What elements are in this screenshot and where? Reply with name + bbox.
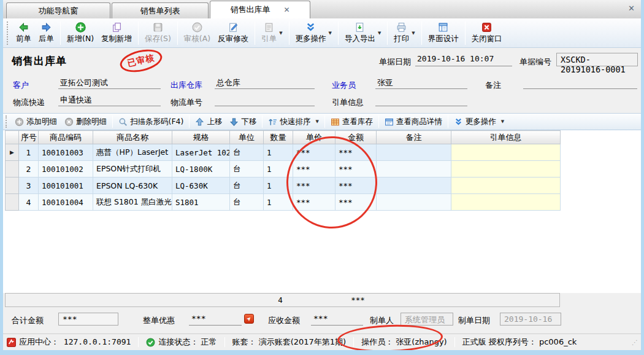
table-row[interactable]: ▶ 1 100101003 惠普（HP）LaserJet LaserJet 10… [6, 144, 561, 161]
detail-separator [378, 115, 379, 128]
col-amount[interactable]: 金额 [335, 131, 377, 144]
add-row-label: 添加明细 [26, 117, 57, 127]
scan-barcode-button[interactable]: 扫描条形码(F4) [115, 115, 187, 128]
window-close-icon[interactable]: ✕ [628, 4, 635, 13]
creator-label: 制单人 [370, 315, 394, 326]
table-row[interactable]: 4 100101004 联想 S1801 黑白激光 S1801 台 1 *** … [6, 194, 561, 211]
app-logo-icon [7, 338, 16, 347]
salesman-field[interactable]: 张亚 [375, 77, 467, 89]
table-row[interactable]: 3 100101001 EPSON LQ-630K LQ-630K 台 1 **… [6, 178, 561, 194]
arrow-left-icon [18, 21, 29, 33]
doc-date-label: 单据日期 [379, 57, 411, 68]
app-center-status: 应用中心： 127.0.0.1:7091 [7, 337, 131, 348]
arrow-down-icon [229, 117, 239, 127]
table-header-row: 序号 商品编码 商品名称 规格 单位 数量 单价 金额 备注 引单信息 [6, 131, 561, 144]
delete-row-button[interactable]: 删除明细 [61, 115, 110, 128]
receivable-label: 应收金额 [268, 315, 300, 326]
logistics-field[interactable]: 申通快递 [58, 95, 161, 106]
col-unit[interactable]: 单位 [230, 131, 264, 144]
add-icon [75, 21, 86, 33]
tab-nav-window[interactable]: 功能导航窗 [6, 2, 110, 18]
detail-toolbar-grip[interactable] [6, 115, 9, 128]
toolbar-grip[interactable] [7, 21, 10, 45]
add-new-button[interactable]: 新增(N) [63, 20, 98, 45]
status-separator [224, 337, 225, 347]
customer-label: 客户 [13, 80, 29, 91]
col-remark[interactable]: 备注 [377, 131, 451, 144]
prev-doc-button[interactable]: 前单 [12, 20, 35, 45]
import-export-label: 导入导出 [345, 34, 375, 44]
detail-separator [262, 115, 263, 128]
move-down-label: 下移 [241, 117, 256, 127]
remark-label: 备注 [485, 80, 501, 91]
scan-barcode-label: 扫描条形码(F4) [130, 117, 183, 127]
unaudit-button[interactable]: 反审修改 [214, 20, 252, 45]
creator-field: 系统管理员 [401, 313, 453, 326]
ui-design-button[interactable]: 界面设计 [424, 20, 462, 45]
col-price[interactable]: 单价 [293, 131, 335, 144]
ref-info-field[interactable] [375, 95, 467, 106]
col-spec[interactable]: 规格 [172, 131, 230, 144]
add-gray-icon [15, 117, 24, 127]
status-separator [353, 337, 354, 347]
footer-fields: 合计金额 *** 整单优惠 *** ➤ 应收金额 *** 制单人 系统管理员 制… [3, 309, 641, 334]
import-export-icon [354, 21, 366, 33]
doc-number-field[interactable]: XSCKD-20191016-0001 [556, 53, 638, 66]
tracking-label: 物流单号 [171, 97, 202, 108]
window-design-icon [437, 21, 449, 33]
import-export-button[interactable]: 导入导出 ▼ [341, 20, 385, 45]
col-ref-info[interactable]: 引单信息 [451, 131, 561, 144]
discount-field[interactable]: *** [189, 314, 242, 326]
resize-grip-icon[interactable]: ⋰ [632, 339, 638, 346]
tab-sales-list[interactable]: 销售单列表 [112, 2, 209, 18]
view-stock-button[interactable]: 查看库存 [327, 115, 377, 128]
sort-icon [268, 117, 277, 127]
prev-doc-label: 前单 [16, 34, 31, 44]
ref-doc-icon [263, 21, 275, 33]
close-window-button[interactable]: 关闭窗口 [468, 20, 506, 45]
copy-add-button[interactable]: 复制新增 [98, 20, 136, 45]
move-down-button[interactable]: 下移 [226, 115, 260, 128]
double-chevron-down-icon [305, 21, 316, 33]
items-grid-area: 序号 商品编码 商品名称 规格 单位 数量 单价 金额 备注 引单信息 ▶ 1 … [3, 130, 641, 293]
warehouse-field[interactable]: 总仓库 [215, 77, 315, 89]
discount-edit-button[interactable]: ➤ [244, 314, 254, 324]
detail-separator [324, 115, 325, 128]
detail-more-actions-label: 更多操作 [466, 117, 496, 127]
view-product-detail-button[interactable]: 查看商品详情 [381, 115, 446, 128]
salesman-label: 业务员 [332, 80, 356, 91]
tab-close-icon[interactable]: ✕ [283, 6, 289, 14]
total-amount-label: 合计金额 [12, 315, 44, 326]
close-window-label: 关闭窗口 [472, 34, 502, 44]
customer-field[interactable]: 亚拓公司测试 [58, 77, 161, 89]
next-doc-button[interactable]: 后单 [35, 20, 58, 45]
toolbar-separator [177, 21, 178, 45]
account-set-status: 账套： 演示账套(2017年第1期) [232, 337, 347, 348]
toolbar-separator [338, 21, 339, 45]
connection-text: 连接状态： 正常 [158, 337, 217, 348]
edit-icon [228, 21, 239, 33]
ref-doc-button[interactable]: 引单 ▼ [258, 20, 286, 45]
detail-more-actions-button[interactable]: 更多操作 ▼ [450, 115, 508, 128]
add-row-button[interactable]: 添加明细 [11, 115, 61, 128]
view-product-detail-label: 查看商品详情 [396, 117, 442, 127]
receivable-field[interactable]: *** [311, 314, 363, 326]
more-actions-button[interactable]: 更多操作 ▼ [292, 20, 335, 45]
quick-sort-button[interactable]: 快速排序 ▼ [264, 115, 322, 128]
move-up-button[interactable]: 上移 [191, 115, 226, 128]
tracking-field[interactable] [215, 95, 315, 106]
tab-sales-outbound[interactable]: 销售出库单 ✕ [210, 1, 310, 18]
doc-date-field[interactable]: 2019-10-16 10:07 [415, 54, 512, 66]
col-product-name[interactable]: 商品名称 [93, 131, 172, 144]
col-product-code[interactable]: 商品编码 [39, 131, 93, 144]
save-button[interactable]: 保存(S) [141, 20, 175, 45]
col-qty[interactable]: 数量 [264, 131, 293, 144]
print-button[interactable]: 打印 ▼ [390, 20, 418, 45]
remark-field[interactable] [523, 77, 637, 89]
col-seq[interactable]: 序号 [19, 131, 39, 144]
create-date-field: 2019-10-16 [500, 313, 561, 326]
audit-label: 审核(A) [184, 34, 210, 44]
table-row[interactable]: 2 100101002 EPSON针式打印机 LQ-1800K 台 1 *** … [6, 161, 561, 178]
dropdown-caret-icon: ▼ [378, 31, 381, 36]
audit-button[interactable]: 审核(A) [180, 20, 214, 45]
